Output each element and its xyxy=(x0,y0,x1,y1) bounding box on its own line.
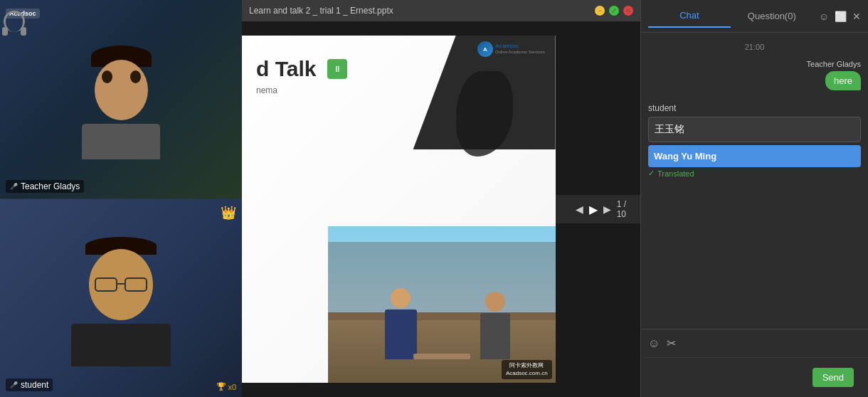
chat-tab[interactable]: Chat xyxy=(648,4,731,28)
close-chat-icon[interactable]: ✕ xyxy=(852,11,861,22)
send-button-area: Send xyxy=(641,357,868,397)
left-video-panel: Acadsoc 🎤 Teacher Gladys 👑 xyxy=(0,0,242,397)
slide-container: A Acadsoc Online Academic Services d Tal… xyxy=(242,36,556,383)
close-button[interactable]: ✕ xyxy=(623,6,633,16)
chat-header-icons: ☺ ⬜ ✕ xyxy=(819,11,861,22)
emoji-header-icon[interactable]: ☺ xyxy=(819,11,829,22)
slide-photo: 阿卡索外教网 Acadsoc.com.cn xyxy=(328,226,556,383)
maximize-button[interactable]: ⤢ xyxy=(609,6,619,16)
slide-logo: A Acadsoc Online Academic Services xyxy=(477,41,545,57)
question-tab[interactable]: Question(0) xyxy=(731,5,813,27)
window-controls: － ⤢ ✕ xyxy=(595,6,633,16)
next-slide-button[interactable]: ▶ xyxy=(598,201,617,218)
window-titlebar: Learn and talk 2 _ trial 1 _ Ernest.pptx… xyxy=(242,0,640,21)
student-name: student xyxy=(21,380,48,390)
trophy-icon: 🏆 xyxy=(216,382,226,391)
teacher-mic-icon: 🎤 xyxy=(10,183,18,190)
translated-text-display: Wang Yu Ming xyxy=(648,145,861,167)
slide-counter: 1 / 10 xyxy=(617,199,626,219)
check-icon: ✓ xyxy=(648,169,655,178)
chat-messages-area: 21:00 Teacher Gladys here student 王玉铭 Wa… xyxy=(641,33,868,329)
emoji-toolbar-icon[interactable]: ☺ xyxy=(648,337,660,350)
slide-background: A Acadsoc Online Academic Services d Tal… xyxy=(242,36,556,383)
slide-watermark: 阿卡索外教网 Acadsoc.com.cn xyxy=(502,360,552,379)
teacher-message-sender: Teacher Gladys xyxy=(807,60,861,68)
teacher-name: Teacher Gladys xyxy=(21,181,80,191)
minimize-button[interactable]: － xyxy=(595,6,605,16)
message-timestamp: 21:00 xyxy=(648,43,861,51)
student-mic-icon: 🎤 xyxy=(10,381,18,388)
slide-controls[interactable]: ◀ ▶ ▶ 1 / 10 xyxy=(556,195,640,223)
prev-slide-button[interactable]: ◀ xyxy=(570,201,589,218)
chinese-text-display: 王玉铭 xyxy=(648,117,861,142)
slide-pause-button[interactable]: ⏸ xyxy=(327,59,347,79)
slide-title: d Talk xyxy=(256,57,316,81)
chat-toolbar: ☺ ✂ xyxy=(641,329,868,357)
trophy-badge: 🏆 x0 xyxy=(216,382,236,391)
student-label: 🎤 student xyxy=(6,379,53,391)
watermark-line1: 阿卡索外教网 xyxy=(506,362,548,369)
student-video-feed: 👑 🎤 student 🏆 x0 xyxy=(0,199,242,398)
chat-header: Chat Question(0) ☺ ⬜ ✕ xyxy=(641,0,868,33)
student-section-label: student xyxy=(648,103,861,113)
chat-input-area[interactable] xyxy=(683,335,861,351)
scissors-icon[interactable]: ✂ xyxy=(667,337,676,350)
watermark-line2: Acadsoc.com.cn xyxy=(506,370,548,377)
student-chat-section: student 王玉铭 Wang Yu Ming ✓ Translated xyxy=(648,103,861,178)
presentation-panel: Learn and talk 2 _ trial 1 _ Ernest.pptx… xyxy=(242,0,640,397)
expand-icon[interactable]: ⬜ xyxy=(835,11,847,22)
teacher-message-row: Teacher Gladys here xyxy=(648,60,861,90)
slide-title-area: d Talk ⏸ nema xyxy=(256,57,347,95)
slide-area: A Acadsoc Online Academic Services d Tal… xyxy=(242,21,640,397)
translated-label: Translated xyxy=(657,169,694,178)
chat-panel: Chat Question(0) ☺ ⬜ ✕ 21:00 Teacher Gla… xyxy=(640,0,868,397)
teacher-label: 🎤 Teacher Gladys xyxy=(6,180,84,193)
teacher-video-feed: Acadsoc 🎤 Teacher Gladys xyxy=(0,0,242,199)
send-button[interactable]: Send xyxy=(813,368,854,387)
translated-badge: ✓ Translated xyxy=(648,169,861,178)
slide-subtitle: nema xyxy=(256,85,347,95)
window-title: Learn and talk 2 _ trial 1 _ Ernest.pptx xyxy=(249,6,393,16)
teacher-message-bubble: here xyxy=(825,71,861,90)
crown-icon: 👑 xyxy=(221,205,236,221)
play-button[interactable]: ▶ xyxy=(589,203,598,216)
trophy-count: x0 xyxy=(228,383,236,391)
chat-input-field[interactable] xyxy=(683,335,861,351)
